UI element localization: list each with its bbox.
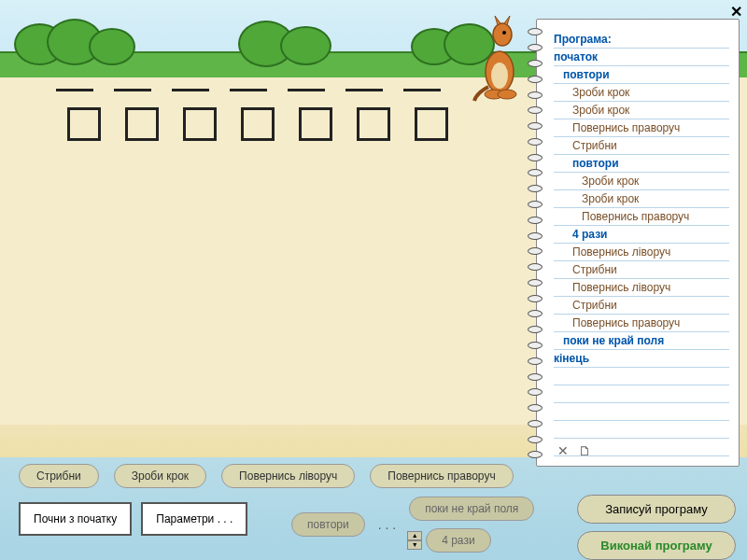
program-line[interactable]: Повернись праворуч	[554, 119, 729, 137]
repeat-button[interactable]: повтори	[291, 512, 365, 537]
program-line[interactable]: Повернись праворуч	[554, 315, 729, 332]
turn-left-button[interactable]: Повернись ліворуч	[221, 464, 355, 488]
stepper-down-icon[interactable]: ▼	[407, 540, 422, 550]
program-line[interactable]: Повернись ліворуч	[554, 244, 729, 261]
execute-program-button[interactable]: Виконай програму	[577, 531, 736, 560]
program-line[interactable]: повтори	[554, 155, 729, 173]
program-line[interactable]: повтори	[554, 66, 729, 84]
bush-decoration	[89, 28, 135, 65]
program-line[interactable]: 4 рази	[554, 226, 729, 244]
stepper-up-icon[interactable]: ▲	[407, 531, 422, 540]
kangaroo-character	[472, 14, 523, 103]
program-line[interactable]: Зроби крок	[554, 84, 729, 102]
field-boxes	[67, 107, 448, 141]
program-line[interactable]: Стрибни	[554, 261, 729, 279]
until-edge-button[interactable]: поки не край поля	[409, 497, 534, 521]
times-stepper[interactable]: ▲ ▼	[407, 531, 422, 550]
times-button[interactable]: 4 рази	[426, 528, 490, 553]
program-notebook: Програма: початокповториЗроби крокЗроби …	[536, 19, 740, 467]
field-dashes	[56, 89, 441, 91]
bottom-left-controls: Почни з початку Параметри . . .	[19, 502, 247, 536]
program-line[interactable]: Повернись праворуч	[554, 208, 729, 226]
svg-point-2	[493, 23, 512, 46]
svg-point-5	[498, 90, 516, 99]
program-line[interactable]: поки не край поля	[554, 332, 729, 350]
svg-point-1	[491, 63, 508, 89]
program-line[interactable]: початок	[554, 49, 729, 66]
program-line[interactable]: Повернись ліворуч	[554, 279, 729, 297]
svg-point-3	[502, 31, 506, 35]
loop-controls: повтори . . . поки не край поля ▲ ▼ 4 ра…	[289, 495, 536, 554]
program-line[interactable]: Зроби крок	[554, 102, 729, 119]
turn-right-button[interactable]: Повернись праворуч	[370, 464, 513, 488]
params-button[interactable]: Параметри . . .	[141, 502, 247, 536]
dots-label: . . .	[373, 517, 402, 532]
delete-icon[interactable]: ✕	[557, 443, 569, 458]
restart-button[interactable]: Почни з початку	[19, 502, 132, 536]
jump-button[interactable]: Стрибни	[19, 464, 99, 488]
record-program-button[interactable]: Записуй програму	[577, 495, 736, 524]
step-button[interactable]: Зроби крок	[114, 464, 206, 488]
program-line[interactable]: Стрибни	[554, 137, 729, 155]
right-action-buttons: Записуй програму Виконай програму	[577, 495, 736, 560]
bush-decoration	[280, 26, 331, 65]
program-title: Програма:	[554, 31, 729, 49]
command-buttons-row: Стрибни Зроби крок Повернись ліворуч Пов…	[19, 464, 514, 488]
program-line[interactable]: Зроби крок	[554, 173, 729, 190]
new-page-icon[interactable]: 🗋	[578, 443, 591, 458]
spiral-binding	[528, 24, 544, 463]
program-line[interactable]: Зроби крок	[554, 190, 729, 208]
program-line[interactable]: кінець	[554, 350, 729, 368]
program-line[interactable]: Стрибни	[554, 297, 729, 315]
